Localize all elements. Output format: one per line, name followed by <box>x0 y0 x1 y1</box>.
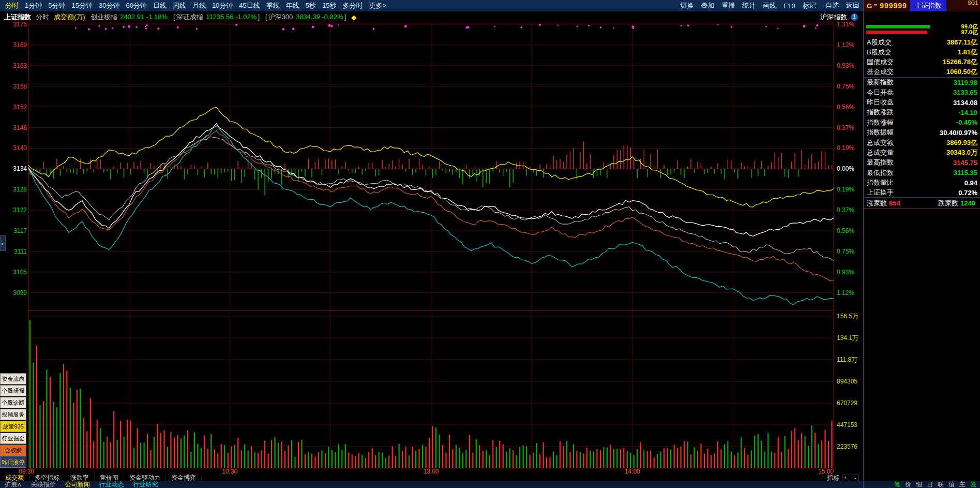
panel-bottom-tab-7[interactable]: 笺 <box>970 480 976 488</box>
tool-menu-item-2[interactable]: 重播 <box>718 1 738 10</box>
menu-item-6[interactable]: 日线 <box>150 1 170 10</box>
panel-bottom-tab-3[interactable]: 日 <box>927 480 933 488</box>
menu-item-0[interactable]: 分时 <box>2 1 22 10</box>
panel-row-15[interactable]: 上证换手0.72% <box>864 188 980 198</box>
panel-row-12[interactable]: 最高指数3145.75 <box>864 158 980 168</box>
panel-bottom-tab-1[interactable]: 价 <box>905 480 911 488</box>
menu-item-11[interactable]: 季线 <box>263 1 283 10</box>
overlay-legend-2[interactable]: [沪深300 3834.39 -0.82%] <box>265 12 346 22</box>
pct-tick: 0.37% <box>837 207 863 213</box>
tool-menu-item-5[interactable]: F10 <box>780 2 798 10</box>
panel-row-6[interactable]: 昨日收盘3134.08 <box>864 97 980 107</box>
panel-row-label: 今日开盘 <box>867 88 894 97</box>
tool-menu-item-8[interactable]: 返回 <box>842 1 863 10</box>
remove-pane-button[interactable]: - <box>852 475 859 481</box>
pct-tick: 0.75% <box>837 83 863 90</box>
group-g-button[interactable]: G <box>864 2 873 10</box>
stock-name[interactable]: 上证指数 <box>910 0 946 11</box>
quick-tool-0[interactable]: 资金流向 <box>0 373 26 385</box>
advancers-count: 854 <box>889 199 900 207</box>
vol-tick: 223576 <box>837 443 863 450</box>
menu-item-1[interactable]: 1分钟 <box>22 1 45 10</box>
tool-menu-item-4[interactable]: 画线 <box>759 1 780 10</box>
menu-item-15[interactable]: 多分时 <box>340 1 366 10</box>
info-tab-3[interactable]: 行业动态 <box>95 481 129 488</box>
menu-item-3[interactable]: 15分钟 <box>68 1 95 10</box>
menu-item-12[interactable]: 年线 <box>283 1 303 10</box>
menu-item-2[interactable]: 5分钟 <box>45 1 68 10</box>
quick-tool-3[interactable]: 投顾服务 <box>0 409 26 420</box>
info-tab-0[interactable]: 扩展∧ <box>0 481 26 488</box>
panel-row-value: 3133.65 <box>953 88 977 96</box>
menu-item-4[interactable]: 30分钟 <box>96 1 123 10</box>
pct-tick: 0.75% <box>837 248 863 255</box>
panel-bottom-tab-5[interactable]: 值 <box>948 480 955 488</box>
tool-menu-item-1[interactable]: 叠加 <box>697 1 718 10</box>
gauge-value: 97.0亿 <box>961 29 978 35</box>
chart-header-left: 上证指数分时成交额(万)创业板指 2402.91 -1.18%[深证成指 112… <box>0 12 356 22</box>
panel-row-2[interactable]: 国债成交15266.78亿 <box>864 57 980 67</box>
indicator-tab-5[interactable]: 资金博弈 <box>166 475 202 481</box>
quick-tool-2[interactable]: 个股诊断 <box>0 397 26 408</box>
quick-tool-1[interactable]: 个股研报 <box>0 385 26 396</box>
panel-row-label: B股成交 <box>867 48 892 57</box>
panel-row-label: 指数涨跌 <box>867 108 894 117</box>
tool-menu-item-7[interactable]: -自选 <box>820 1 842 10</box>
stock-terminal-window: 分时1分钟5分钟15分钟30分钟60分钟日线周线月线10分钟45日线季线年线5秒… <box>0 0 980 488</box>
panel-row-label: 指数量比 <box>867 178 894 187</box>
chart-header: 上证指数分时成交额(万)创业板指 2402.91 -1.18%[深证成指 112… <box>0 11 863 23</box>
panel-row-9[interactable]: 指数振幅30.40/0.97% <box>864 128 980 138</box>
panel-row-7[interactable]: 指数涨跌-14.10 <box>864 108 980 117</box>
tool-menu-item-6[interactable]: 标记 <box>799 1 820 10</box>
panel-row-4[interactable]: 最新指数3119.98 <box>864 78 980 87</box>
page-indicator-icon[interactable]: 1 <box>851 13 858 21</box>
hamburger-icon[interactable]: ≡ <box>873 2 880 9</box>
panel-bottom-tab-6[interactable]: 主 <box>959 480 966 488</box>
overlay-legend-0[interactable]: 创业板指 2402.91 -1.18% <box>90 12 168 22</box>
panel-row-label: 上证换手 <box>867 188 894 197</box>
add-pane-button[interactable]: + <box>842 475 849 481</box>
panel-bottom-tab-4[interactable]: 联 <box>938 480 944 488</box>
info-tab-bar: 扩展∧关联报价公司新闻行业动态行业研究 <box>0 481 863 488</box>
tool-menu-item-3[interactable]: 统计 <box>738 1 759 10</box>
menu-item-14[interactable]: 15秒 <box>319 1 339 10</box>
panel-row-3[interactable]: 基金成交1060.50亿 <box>864 67 980 77</box>
panel-row-14[interactable]: 指数量比0.94 <box>864 178 980 187</box>
panel-row-0[interactable]: A股成交3867.11亿 <box>864 37 980 47</box>
menu-item-10[interactable]: 45日线 <box>236 1 263 10</box>
sidebar-collapse-handle[interactable]: ▸ <box>0 235 6 251</box>
quick-tool-6[interactable]: 含权股 <box>0 445 26 456</box>
intraday-chart[interactable] <box>0 23 863 468</box>
menu-item-9[interactable]: 10分钟 <box>209 1 236 10</box>
info-tab-4[interactable]: 行业研究 <box>129 481 163 488</box>
menu-item-16[interactable]: 更多> <box>366 1 390 10</box>
chart-indicator-label[interactable]: 成交额(万) <box>54 12 85 22</box>
panel-row-value: 30343.0万 <box>946 148 977 157</box>
panel-row-5[interactable]: 今日开盘3133.65 <box>864 87 980 97</box>
overlay-legend-1[interactable]: [深证成指 11235.56 -1.02%] <box>173 12 260 22</box>
menu-item-5[interactable]: 60分钟 <box>123 1 149 10</box>
panel-bottom-tabs: 笔价细日联值主笺 <box>864 481 980 488</box>
panel-bottom-tab-2[interactable]: 细 <box>916 480 922 488</box>
info-tab-2[interactable]: 公司新闻 <box>61 481 95 488</box>
quick-tool-4[interactable]: 放量935 <box>0 421 26 432</box>
diamond-icon: ◆ <box>351 13 356 21</box>
panel-row-13[interactable]: 最低指数3115.35 <box>864 168 980 178</box>
panel-row-8[interactable]: 指数涨幅-0.45% <box>864 117 980 127</box>
panel-bottom-tab-0[interactable]: 笔 <box>894 480 900 488</box>
quick-tool-7[interactable]: 昨日涨停 <box>0 456 26 468</box>
panel-row-value: 3867.11亿 <box>947 38 977 47</box>
info-tab-1[interactable]: 关联报价 <box>26 481 61 488</box>
quick-tool-5[interactable]: 行业掘金 <box>0 433 26 444</box>
menu-item-7[interactable]: 周线 <box>170 1 189 10</box>
tool-menu-item-0[interactable]: 切换 <box>676 1 697 10</box>
menu-item-8[interactable]: 月线 <box>189 1 209 10</box>
intraday-chart-region[interactable]: 3175316931633158315231463140313431283122… <box>0 23 863 468</box>
stock-code[interactable]: 999999 <box>880 2 910 10</box>
panel-tag: SG1 <box>968 0 980 6</box>
panel-row-11[interactable]: 总成交量30343.0万 <box>864 147 980 157</box>
panel-row-1[interactable]: B股成交1.81亿 <box>864 47 980 57</box>
menu-item-13[interactable]: 5秒 <box>303 1 319 10</box>
panel-row-value: 0.72% <box>958 189 977 197</box>
panel-row-10[interactable]: 总成交额3869.93亿 <box>864 138 980 147</box>
